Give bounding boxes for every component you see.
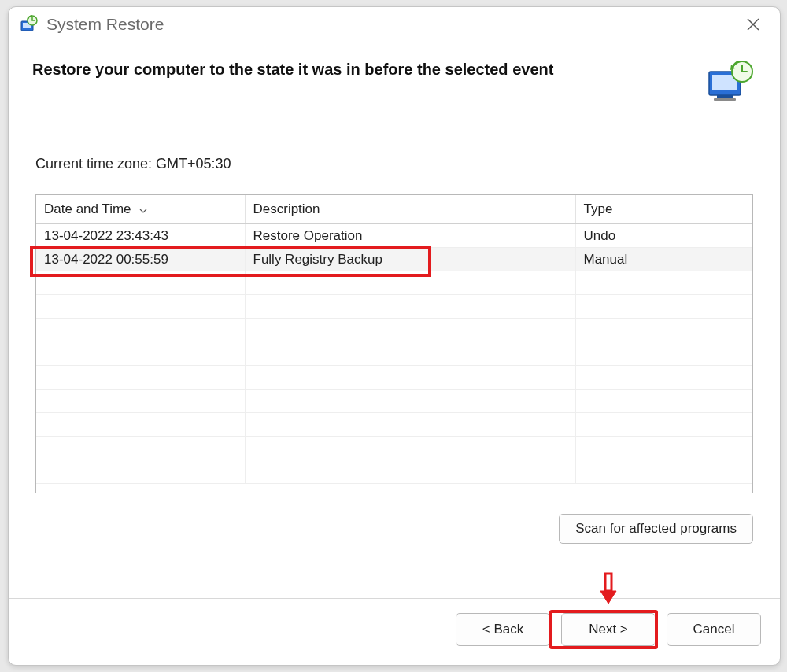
table-row[interactable] [36,460,752,484]
cell-date: 13-04-2022 00:55:59 [36,248,245,271]
back-button[interactable]: < Back [456,613,550,646]
table-row[interactable] [36,366,752,390]
table-row[interactable] [36,390,752,413]
scan-affected-programs-button[interactable]: Scan for affected programs [559,514,753,544]
cell-description: Restore Operation [245,224,575,248]
window-title: System Restore [46,15,737,34]
wizard-body: Current time zone: GMT+05:30 Date and Ti… [9,127,780,598]
column-label: Type [584,201,613,216]
sort-indicator-icon [139,205,147,216]
svg-rect-8 [717,95,733,98]
table-row[interactable] [36,413,752,437]
wizard-footer: < Back Next > Cancel [9,598,780,665]
column-label: Date and Time [44,201,131,216]
close-button[interactable] [737,9,769,40]
table-row[interactable]: 13-04-2022 23:43:43 Restore Operation Un… [36,224,752,248]
table-row[interactable] [36,295,752,319]
table-row[interactable] [36,342,752,366]
timezone-label: Current time zone: GMT+05:30 [35,156,753,172]
cancel-button[interactable]: Cancel [667,613,761,646]
cell-date: 13-04-2022 23:43:43 [36,224,245,248]
column-header-date[interactable]: Date and Time [36,195,245,224]
cell-type: Undo [575,224,752,248]
column-label: Description [253,201,320,216]
next-button[interactable]: Next > [561,613,656,646]
table-row[interactable] [36,271,752,295]
cell-type: Manual [575,248,752,271]
column-header-type[interactable]: Type [575,195,752,224]
table-row[interactable]: 13-04-2022 00:55:59 Fully Registry Backu… [36,248,752,271]
column-header-description[interactable]: Description [245,195,575,224]
table-row[interactable] [36,437,752,460]
wizard-header: Restore your computer to the state it wa… [9,42,780,127]
restore-monitor-icon [706,61,756,103]
table-row[interactable] [36,319,752,342]
wizard-heading: Restore your computer to the state it wa… [32,61,706,79]
svg-rect-9 [714,98,736,101]
restore-points-table[interactable]: Date and Time Description Type [35,194,753,493]
cell-description: Fully Registry Backup [245,248,575,271]
system-restore-dialog: System Restore Restore your computer to … [8,6,781,666]
system-restore-icon [20,15,39,34]
titlebar: System Restore [9,7,780,42]
